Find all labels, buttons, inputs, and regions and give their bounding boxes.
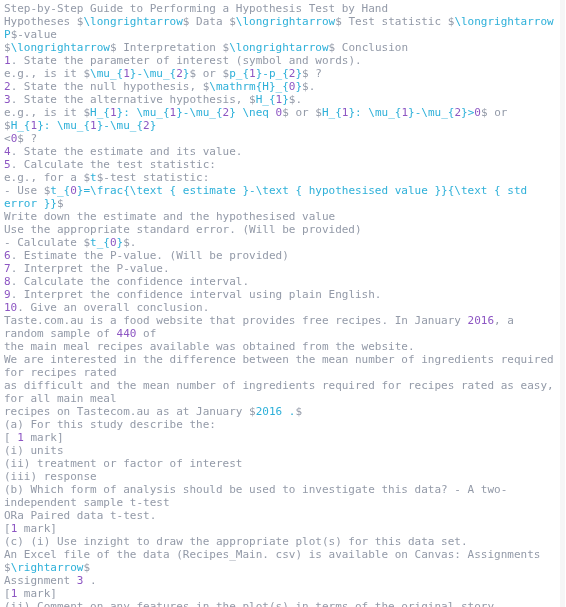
text-line: 9. Interpret the confidence interval usi…: [4, 288, 556, 301]
text-line: (b) Which form of analysis should be use…: [4, 483, 556, 509]
text-line: 1. State the parameter of interest (symb…: [4, 54, 556, 67]
text-line: Step-by-Step Guide to Performing a Hypot…: [4, 2, 556, 15]
scrollbar[interactable]: [560, 0, 565, 607]
text-line: (iii) response: [4, 470, 556, 483]
text-line: e.g., for a $t$-test statistic:: [4, 171, 556, 184]
text-line: e.g., is it $\mu_{1}-\mu_{2}$ or $p_{1}-…: [4, 67, 556, 80]
text-line: [1 mark]: [4, 587, 556, 600]
document-body: Step-by-Step Guide to Performing a Hypot…: [0, 0, 560, 607]
text-line: 8. Calculate the confidence interval.: [4, 275, 556, 288]
text-line: 6. Estimate the P-value. (Will be provid…: [4, 249, 556, 262]
text-line: (a) For this study describe the:: [4, 418, 556, 431]
text-line: [ 1 mark]: [4, 431, 556, 444]
text-line: (c) (i) Use inzight to draw the appropri…: [4, 535, 556, 548]
text-line: - Use $t_{0}=\frac{\text { estimate }-\t…: [4, 184, 556, 210]
text-line: Taste.com.au is a food website that prov…: [4, 314, 556, 340]
text-line: the main meal recipes available was obta…: [4, 340, 556, 353]
text-line: (ii) Comment on any features in the plot…: [4, 600, 556, 607]
text-line: $\longrightarrow$ Interpretation $\longr…: [4, 41, 556, 54]
text-line: 3. State the alternative hypothesis, $H_…: [4, 93, 556, 106]
text-line: <0$ ?: [4, 132, 556, 145]
text-line: 5. Calculate the test statistic:: [4, 158, 556, 171]
text-line: An Excel file of the data (Recipes_Main.…: [4, 548, 556, 574]
text-line: We are interested in the difference betw…: [4, 353, 556, 379]
text-line: - Calculate $t_{0}$.: [4, 236, 556, 249]
text-line: (i) units: [4, 444, 556, 457]
text-line: Assignment 3 .: [4, 574, 556, 587]
text-line: 7. Interpret the P-value.: [4, 262, 556, 275]
text-line: [1 mark]: [4, 522, 556, 535]
text-line: recipes on Tastecom.au as at January $20…: [4, 405, 556, 418]
text-line: Hypotheses $\longrightarrow$ Data $\long…: [4, 15, 556, 41]
text-line: e.g., is it $H_{1}: \mu_{1}-\mu_{2} \neq…: [4, 106, 556, 132]
text-line: (ii) treatment or factor of interest: [4, 457, 556, 470]
text-line: 10. Give an overall conclusion.: [4, 301, 556, 314]
text-line: Write down the estimate and the hypothes…: [4, 210, 556, 223]
text-line: 4. State the estimate and its value.: [4, 145, 556, 158]
text-line: Use the appropriate standard error. (Wil…: [4, 223, 556, 236]
text-line: ORa Paired data t-test.: [4, 509, 556, 522]
text-line: as difficult and the mean number of ingr…: [4, 379, 556, 405]
text-line: 2. State the null hypothesis, $\mathrm{H…: [4, 80, 556, 93]
